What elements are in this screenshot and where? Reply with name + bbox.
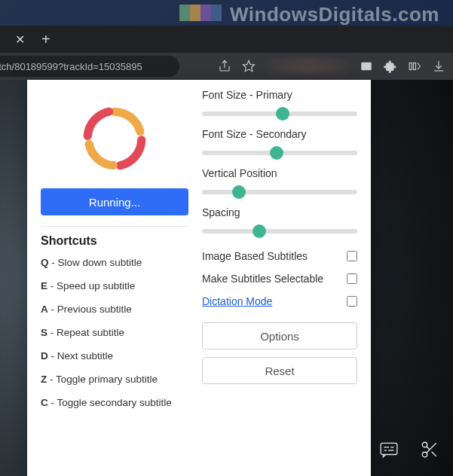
close-tab-icon[interactable]: ✕ — [9, 32, 31, 47]
slider-label-vertical-position: Vertical Position — [202, 167, 357, 179]
svg-rect-3 — [361, 63, 372, 71]
shortcuts-heading: Shortcuts — [41, 234, 188, 248]
shortcut-row: A - Previous subtitle — [41, 304, 188, 315]
extensions-blurred — [266, 59, 349, 74]
shortcut-row: D - Next subtitle — [41, 350, 188, 362]
watermark-swatches — [179, 5, 222, 21]
scissors-icon[interactable] — [420, 440, 439, 462]
slider-thumb[interactable] — [253, 224, 266, 238]
slider-spacing[interactable] — [202, 229, 357, 233]
extensions-puzzle-icon[interactable] — [384, 60, 397, 73]
toggle-dictation[interactable] — [347, 296, 357, 307]
status-running-button[interactable]: Running... — [41, 188, 188, 215]
share-icon[interactable] — [218, 60, 231, 73]
new-tab-icon[interactable]: + — [31, 31, 61, 48]
media-controls-icon[interactable] — [408, 60, 421, 73]
slider-vertical-position[interactable] — [202, 190, 357, 194]
subtitles-icon[interactable] — [379, 440, 399, 462]
extension-logo — [41, 89, 188, 188]
watermark-text: WindowsDigitals.com — [230, 3, 439, 26]
shortcut-row: S - Repeat subtitle — [41, 327, 188, 338]
extension-popup: Running... Shortcuts Q - Slow down subti… — [27, 80, 371, 476]
reset-button[interactable]: Reset — [202, 357, 357, 384]
browser-toolbar: /watch/80189599?trackId=15035895 — [0, 53, 453, 80]
slider-font-secondary[interactable] — [202, 151, 357, 155]
slider-thumb[interactable] — [276, 107, 289, 121]
tab-strip: ✕ + — [0, 26, 453, 53]
shortcut-row: E - Speed up subtitle — [41, 280, 188, 291]
dictation-mode-link[interactable]: Dictation Mode — [202, 295, 272, 307]
slider-thumb[interactable] — [232, 185, 246, 199]
svg-point-12 — [422, 442, 427, 447]
toggle-label-selectable: Make Subtitles Selectable — [202, 273, 323, 285]
active-extension-icon[interactable] — [360, 60, 373, 73]
slider-thumb[interactable] — [270, 146, 283, 160]
svg-rect-5 — [414, 63, 416, 70]
svg-point-13 — [422, 452, 427, 457]
svg-rect-7 — [381, 443, 397, 454]
bookmark-star-icon[interactable] — [242, 60, 256, 73]
address-bar[interactable]: /watch/80189599?trackId=15035895 — [0, 56, 179, 77]
toggle-selectable[interactable] — [347, 273, 357, 284]
slider-label-font-secondary: Font Size - Secondary — [202, 128, 357, 140]
shortcut-row: C - Toggle secondary subtitle — [41, 397, 188, 408]
url-text: /watch/80189599?trackId=15035895 — [0, 61, 142, 72]
toggle-label-image-based: Image Based Subtitles — [202, 250, 308, 262]
shortcut-row: Q - Slow down subtitle — [41, 257, 188, 268]
options-button[interactable]: Options — [202, 322, 357, 349]
svg-rect-4 — [409, 63, 412, 70]
slider-label-font-primary: Font Size - Primary — [202, 89, 357, 101]
svg-line-16 — [427, 447, 430, 450]
svg-marker-2 — [243, 61, 255, 72]
downloads-icon[interactable] — [432, 60, 445, 73]
svg-line-15 — [432, 452, 436, 456]
divider — [41, 226, 188, 227]
slider-label-spacing: Spacing — [202, 206, 357, 218]
shortcut-row: Z - Toggle primary subtitle — [41, 374, 188, 385]
toggle-image-based[interactable] — [347, 251, 357, 261]
slider-font-primary[interactable] — [202, 111, 357, 116]
